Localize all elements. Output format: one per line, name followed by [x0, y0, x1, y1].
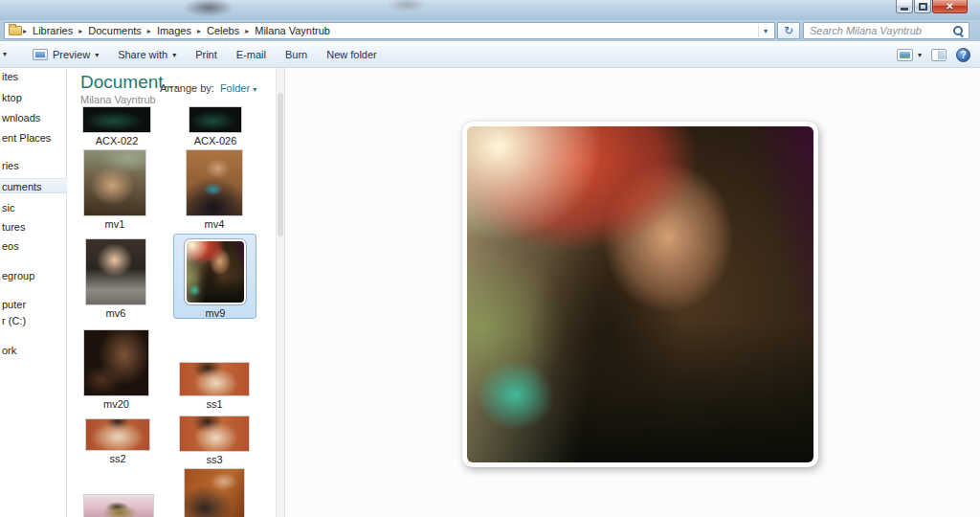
breadcrumb-celebs[interactable]: Celebs — [202, 25, 244, 36]
sidebar-item-wnloads[interactable]: wnloads — [0, 110, 67, 125]
sidebar-item-puter[interactable]: puter — [0, 297, 67, 312]
file-label: ACX-026 — [172, 135, 258, 146]
file-label: mv20 — [74, 398, 160, 410]
toolbar-e-mail-button[interactable]: E-mail — [231, 46, 272, 63]
views-icon — [897, 49, 913, 61]
thumbnail-image — [187, 150, 242, 215]
chevron-down-icon: ▾ — [918, 51, 922, 59]
thumbnail-image — [180, 416, 249, 451]
toolbar-item-label: Burn — [285, 49, 307, 60]
sidebar-item-ent-places[interactable]: ent Places — [0, 130, 67, 146]
sidebar-item-ries[interactable]: ries — [0, 158, 67, 173]
preview-icon — [33, 49, 48, 60]
minimize-icon — [901, 8, 908, 11]
file-label: mv4 — [171, 218, 257, 230]
navigation-pane: itesktopwnloadsent Placesriescumentssict… — [0, 68, 67, 517]
file-list-pane: Document... Milana Vayntrub Arrange by:F… — [68, 68, 276, 517]
sidebar-item-ork[interactable]: ork — [0, 343, 67, 358]
toolbar-right-group: ▾ ? — [897, 41, 970, 68]
sidebar-item-eos[interactable]: eos — [0, 238, 67, 254]
toolbar-item-label: Preview — [53, 49, 90, 60]
chevron-down-icon: ▾ — [253, 85, 256, 94]
preview-image-frame — [462, 122, 818, 467]
thumbnail-image — [86, 239, 145, 304]
help-button[interactable]: ? — [956, 48, 970, 62]
breadcrumb-milana-vayntrub[interactable]: Milana Vayntrub — [250, 25, 335, 36]
toolbar-share-with-button[interactable]: Share with▾ — [112, 46, 182, 63]
library-subtitle: Milana Vayntrub — [80, 94, 156, 105]
sidebar-item-cuments[interactable]: cuments — [0, 178, 67, 193]
preview-pane — [285, 68, 980, 517]
search-icon — [951, 24, 965, 37]
preview-pane-toggle-button[interactable] — [931, 49, 947, 61]
thumbnail-image — [189, 107, 241, 132]
refresh-button[interactable]: ↻ — [777, 22, 800, 39]
breadcrumb-libraries[interactable]: Libraries — [28, 25, 78, 36]
thumbnail-image — [180, 363, 249, 395]
sidebar-item-ktop[interactable]: ktop — [0, 90, 67, 105]
breadcrumb-documents[interactable]: Documents — [83, 25, 146, 36]
explorer-window: ✕ ▸Libraries▸Documents▸Images▸Celebs▸Mil… — [0, 0, 980, 517]
close-icon: ✕ — [946, 1, 953, 12]
thumbnail-image — [83, 107, 150, 132]
title-bar: ✕ — [0, 0, 980, 20]
thumbnail-image — [86, 419, 149, 450]
maximize-icon — [919, 3, 927, 11]
sidebar-item-sic[interactable]: sic — [0, 200, 67, 215]
thumbnail-image — [84, 495, 153, 517]
preview-image — [467, 126, 813, 462]
file-label: ACX-022 — [74, 135, 160, 146]
views-button[interactable]: ▾ — [897, 49, 922, 61]
command-bar: ▾ Preview▾Share with▾PrintE-mailBurnNew … — [0, 41, 980, 68]
toolbar-item-label: Share with — [118, 49, 167, 60]
folder-icon — [9, 26, 22, 35]
arrange-by-dropdown[interactable]: Folder ▾ — [220, 82, 256, 94]
toolbar-item-label: New folder — [326, 49, 377, 60]
close-button[interactable]: ✕ — [932, 0, 968, 13]
toolbar-print-button[interactable]: Print — [189, 46, 223, 63]
minimize-button[interactable] — [896, 0, 913, 13]
address-history-dropdown-button[interactable]: ▾ — [758, 24, 772, 37]
scrollbar-thumb[interactable] — [278, 93, 283, 236]
sidebar-item-ites[interactable]: ites — [0, 69, 67, 84]
chevron-down-icon: ▾ — [172, 51, 176, 59]
address-bar[interactable]: ▸Libraries▸Documents▸Images▸Celebs▸Milan… — [4, 22, 775, 39]
toolbar-preview-button[interactable]: Preview▾ — [27, 46, 104, 63]
sidebar-item-egroup[interactable]: egroup — [0, 268, 67, 283]
sidebar-item-r-c-[interactable]: r (C:) — [0, 313, 67, 328]
search-box[interactable]: Search Milana Vayntrub — [803, 22, 969, 39]
toolbar-overflow-icon[interactable]: ▾ — [3, 50, 7, 58]
search-placeholder: Search Milana Vayntrub — [804, 25, 951, 36]
toolbar-burn-button[interactable]: Burn — [279, 46, 313, 63]
file-label: mv9 — [172, 307, 258, 319]
chevron-down-icon: ▾ — [95, 51, 99, 59]
arrange-by-label: Arrange by: — [160, 82, 214, 94]
file-label: ss3 — [171, 454, 257, 465]
breadcrumb: ▸Libraries▸Documents▸Images▸Celebs▸Milan… — [22, 23, 335, 38]
thumbnail-image — [84, 330, 148, 395]
maximize-button[interactable] — [914, 0, 931, 13]
sidebar-item-tures[interactable]: tures — [0, 219, 67, 235]
file-label: ss1 — [171, 398, 257, 410]
thumbnail-image — [185, 469, 244, 517]
toolbar-item-label: E-mail — [236, 49, 266, 60]
toolbar-new-folder-button[interactable]: New folder — [321, 46, 383, 63]
file-label: mv6 — [73, 307, 159, 319]
breadcrumb-images[interactable]: Images — [152, 25, 196, 36]
thumbnail-image — [84, 150, 145, 215]
thumbnail-image — [185, 239, 246, 304]
file-label: mv1 — [72, 218, 158, 230]
file-list-scrollbar[interactable] — [276, 68, 285, 517]
toolbar-items: Preview▾Share with▾PrintE-mailBurnNew fo… — [27, 41, 390, 68]
address-row: ▸Libraries▸Documents▸Images▸Celebs▸Milan… — [0, 20, 980, 41]
file-label: ss2 — [75, 453, 161, 464]
toolbar-item-label: Print — [195, 49, 217, 60]
